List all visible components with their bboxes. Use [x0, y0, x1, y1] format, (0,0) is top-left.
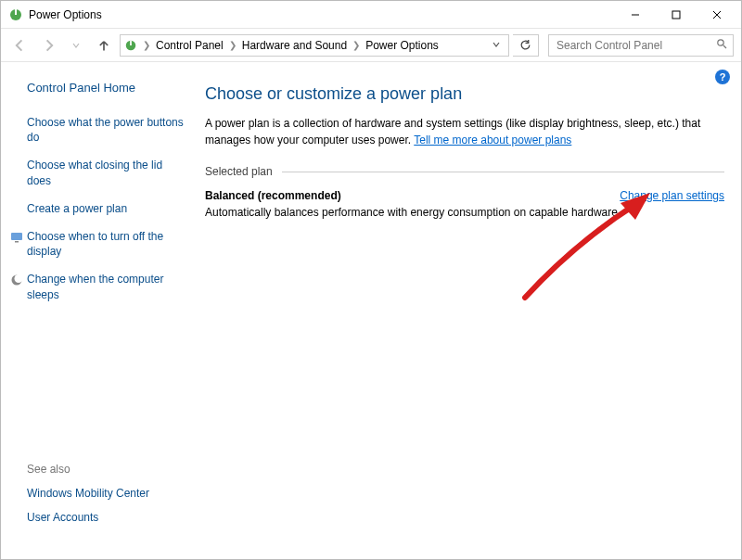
sidebar-link-turn-off-display[interactable]: Choose when to turn off the display — [27, 229, 188, 259]
sidebar-item-label: Change when the computer sleeps — [27, 273, 163, 300]
breadcrumb-item[interactable]: Power Options — [365, 39, 439, 52]
svg-line-9 — [723, 45, 726, 48]
address-dropdown-icon[interactable] — [488, 39, 505, 52]
recent-dropdown[interactable] — [64, 33, 88, 57]
minimize-button[interactable] — [615, 2, 656, 28]
plan-row: Balanced (recommended) Change plan setti… — [205, 189, 724, 202]
titlebar: Power Options — [1, 1, 741, 29]
selected-plan-section: Selected plan — [205, 165, 724, 178]
monitor-icon — [10, 231, 23, 244]
svg-rect-10 — [11, 233, 22, 240]
up-button[interactable] — [92, 33, 116, 57]
moon-icon — [10, 274, 23, 286]
close-button[interactable] — [697, 2, 737, 28]
maximize-button[interactable] — [656, 2, 697, 28]
plan-description: Automatically balances performance with … — [205, 206, 724, 219]
svg-rect-1 — [15, 9, 17, 15]
svg-rect-3 — [672, 11, 680, 19]
sidebar-link-closing-lid[interactable]: Choose what closing the lid does — [27, 158, 188, 187]
address-bar[interactable]: ❯ Control Panel ❯ Hardware and Sound ❯ P… — [120, 34, 509, 57]
chevron-right-icon: ❯ — [349, 40, 364, 50]
section-title: Selected plan — [205, 165, 273, 178]
sidebar-link-create-plan[interactable]: Create a power plan — [27, 201, 188, 216]
search-box[interactable] — [548, 34, 734, 57]
forward-button[interactable] — [36, 33, 60, 57]
change-plan-settings-link[interactable]: Change plan settings — [620, 189, 724, 202]
navbar: ❯ Control Panel ❯ Hardware and Sound ❯ P… — [1, 29, 741, 62]
svg-rect-7 — [130, 40, 132, 45]
main-content: Choose or customize a power plan A power… — [196, 62, 741, 560]
svg-rect-11 — [15, 241, 19, 243]
page-description: A power plan is a collection of hardware… — [205, 115, 724, 148]
power-options-icon — [8, 7, 23, 22]
search-icon[interactable] — [716, 38, 727, 52]
breadcrumb-item[interactable]: Hardware and Sound — [242, 39, 347, 52]
page-heading: Choose or customize a power plan — [205, 84, 724, 104]
power-options-icon — [124, 39, 137, 52]
control-panel-home-link[interactable]: Control Panel Home — [27, 81, 188, 95]
sidebar-item-label: Choose when to turn off the display — [27, 230, 163, 258]
tell-me-more-link[interactable]: Tell me more about power plans — [414, 134, 571, 146]
search-input[interactable] — [555, 38, 716, 53]
see-also-section: See also Windows Mobility Center User Ac… — [27, 463, 188, 546]
svg-point-8 — [718, 40, 723, 45]
see-also-title: See also — [27, 463, 188, 476]
sidebar: Control Panel Home Choose what the power… — [1, 62, 196, 560]
refresh-button[interactable] — [513, 34, 539, 57]
svg-point-13 — [15, 274, 23, 283]
sidebar-link-computer-sleeps[interactable]: Change when the computer sleeps — [27, 272, 188, 301]
plan-name: Balanced (recommended) — [205, 189, 341, 202]
sidebar-link-power-buttons[interactable]: Choose what the power buttons do — [27, 115, 188, 145]
chevron-right-icon: ❯ — [139, 40, 154, 50]
see-also-mobility-center[interactable]: Windows Mobility Center — [27, 487, 188, 500]
window-title: Power Options — [29, 8, 102, 21]
divider — [282, 172, 724, 172]
breadcrumb-item[interactable]: Control Panel — [156, 39, 224, 52]
chevron-right-icon: ❯ — [225, 40, 240, 50]
back-button[interactable] — [8, 33, 32, 57]
see-also-user-accounts[interactable]: User Accounts — [27, 511, 188, 524]
